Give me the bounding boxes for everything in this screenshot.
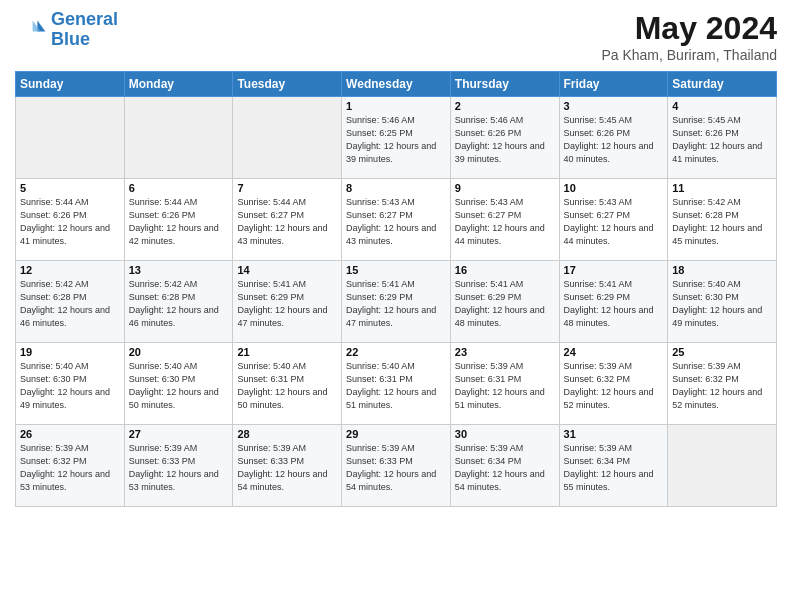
week-row-3: 12Sunrise: 5:42 AMSunset: 6:28 PMDayligh… xyxy=(16,261,777,343)
day-info: Sunrise: 5:43 AMSunset: 6:27 PMDaylight:… xyxy=(564,196,664,248)
day-number: 16 xyxy=(455,264,555,276)
day-number: 24 xyxy=(564,346,664,358)
day-info: Sunrise: 5:39 AMSunset: 6:32 PMDaylight:… xyxy=(564,360,664,412)
day-cell: 20Sunrise: 5:40 AMSunset: 6:30 PMDayligh… xyxy=(124,343,233,425)
day-number: 11 xyxy=(672,182,772,194)
day-number: 10 xyxy=(564,182,664,194)
day-cell: 22Sunrise: 5:40 AMSunset: 6:31 PMDayligh… xyxy=(342,343,451,425)
page-container: General Blue May 2024 Pa Kham, Buriram, … xyxy=(0,0,792,517)
day-number: 15 xyxy=(346,264,446,276)
day-number: 9 xyxy=(455,182,555,194)
page-header: General Blue May 2024 Pa Kham, Buriram, … xyxy=(15,10,777,63)
day-info: Sunrise: 5:41 AMSunset: 6:29 PMDaylight:… xyxy=(455,278,555,330)
week-row-1: 1Sunrise: 5:46 AMSunset: 6:25 PMDaylight… xyxy=(16,97,777,179)
day-header-thursday: Thursday xyxy=(450,72,559,97)
day-header-sunday: Sunday xyxy=(16,72,125,97)
day-cell: 15Sunrise: 5:41 AMSunset: 6:29 PMDayligh… xyxy=(342,261,451,343)
day-cell: 4Sunrise: 5:45 AMSunset: 6:26 PMDaylight… xyxy=(668,97,777,179)
day-info: Sunrise: 5:40 AMSunset: 6:30 PMDaylight:… xyxy=(20,360,120,412)
day-info: Sunrise: 5:39 AMSunset: 6:34 PMDaylight:… xyxy=(455,442,555,494)
day-cell: 28Sunrise: 5:39 AMSunset: 6:33 PMDayligh… xyxy=(233,425,342,507)
day-number: 25 xyxy=(672,346,772,358)
day-header-tuesday: Tuesday xyxy=(233,72,342,97)
logo-text: General Blue xyxy=(51,10,118,50)
day-number: 7 xyxy=(237,182,337,194)
day-number: 28 xyxy=(237,428,337,440)
day-info: Sunrise: 5:41 AMSunset: 6:29 PMDaylight:… xyxy=(346,278,446,330)
day-info: Sunrise: 5:41 AMSunset: 6:29 PMDaylight:… xyxy=(237,278,337,330)
day-info: Sunrise: 5:44 AMSunset: 6:26 PMDaylight:… xyxy=(20,196,120,248)
day-cell: 18Sunrise: 5:40 AMSunset: 6:30 PMDayligh… xyxy=(668,261,777,343)
day-header-friday: Friday xyxy=(559,72,668,97)
day-cell xyxy=(233,97,342,179)
day-cell: 27Sunrise: 5:39 AMSunset: 6:33 PMDayligh… xyxy=(124,425,233,507)
day-info: Sunrise: 5:46 AMSunset: 6:25 PMDaylight:… xyxy=(346,114,446,166)
day-cell: 14Sunrise: 5:41 AMSunset: 6:29 PMDayligh… xyxy=(233,261,342,343)
month-title: May 2024 xyxy=(601,10,777,47)
day-number: 17 xyxy=(564,264,664,276)
day-cell: 25Sunrise: 5:39 AMSunset: 6:32 PMDayligh… xyxy=(668,343,777,425)
day-info: Sunrise: 5:39 AMSunset: 6:31 PMDaylight:… xyxy=(455,360,555,412)
day-cell: 23Sunrise: 5:39 AMSunset: 6:31 PMDayligh… xyxy=(450,343,559,425)
day-info: Sunrise: 5:40 AMSunset: 6:31 PMDaylight:… xyxy=(346,360,446,412)
day-info: Sunrise: 5:39 AMSunset: 6:33 PMDaylight:… xyxy=(237,442,337,494)
day-info: Sunrise: 5:44 AMSunset: 6:27 PMDaylight:… xyxy=(237,196,337,248)
day-number: 1 xyxy=(346,100,446,112)
day-info: Sunrise: 5:39 AMSunset: 6:33 PMDaylight:… xyxy=(346,442,446,494)
week-row-5: 26Sunrise: 5:39 AMSunset: 6:32 PMDayligh… xyxy=(16,425,777,507)
day-header-wednesday: Wednesday xyxy=(342,72,451,97)
header-row: SundayMondayTuesdayWednesdayThursdayFrid… xyxy=(16,72,777,97)
day-cell: 21Sunrise: 5:40 AMSunset: 6:31 PMDayligh… xyxy=(233,343,342,425)
title-section: May 2024 Pa Kham, Buriram, Thailand xyxy=(601,10,777,63)
day-info: Sunrise: 5:42 AMSunset: 6:28 PMDaylight:… xyxy=(20,278,120,330)
day-info: Sunrise: 5:44 AMSunset: 6:26 PMDaylight:… xyxy=(129,196,229,248)
day-number: 2 xyxy=(455,100,555,112)
week-row-4: 19Sunrise: 5:40 AMSunset: 6:30 PMDayligh… xyxy=(16,343,777,425)
day-info: Sunrise: 5:40 AMSunset: 6:31 PMDaylight:… xyxy=(237,360,337,412)
calendar-header: SundayMondayTuesdayWednesdayThursdayFrid… xyxy=(16,72,777,97)
day-cell: 26Sunrise: 5:39 AMSunset: 6:32 PMDayligh… xyxy=(16,425,125,507)
day-cell: 16Sunrise: 5:41 AMSunset: 6:29 PMDayligh… xyxy=(450,261,559,343)
day-number: 27 xyxy=(129,428,229,440)
day-cell: 11Sunrise: 5:42 AMSunset: 6:28 PMDayligh… xyxy=(668,179,777,261)
week-row-2: 5Sunrise: 5:44 AMSunset: 6:26 PMDaylight… xyxy=(16,179,777,261)
day-info: Sunrise: 5:39 AMSunset: 6:32 PMDaylight:… xyxy=(672,360,772,412)
day-cell: 13Sunrise: 5:42 AMSunset: 6:28 PMDayligh… xyxy=(124,261,233,343)
day-number: 13 xyxy=(129,264,229,276)
logo: General Blue xyxy=(15,10,118,50)
day-info: Sunrise: 5:39 AMSunset: 6:32 PMDaylight:… xyxy=(20,442,120,494)
day-number: 18 xyxy=(672,264,772,276)
logo-icon xyxy=(15,14,47,46)
day-number: 31 xyxy=(564,428,664,440)
day-number: 4 xyxy=(672,100,772,112)
day-number: 26 xyxy=(20,428,120,440)
location: Pa Kham, Buriram, Thailand xyxy=(601,47,777,63)
day-cell: 31Sunrise: 5:39 AMSunset: 6:34 PMDayligh… xyxy=(559,425,668,507)
day-number: 8 xyxy=(346,182,446,194)
day-number: 23 xyxy=(455,346,555,358)
day-info: Sunrise: 5:43 AMSunset: 6:27 PMDaylight:… xyxy=(455,196,555,248)
day-cell xyxy=(124,97,233,179)
day-number: 29 xyxy=(346,428,446,440)
day-info: Sunrise: 5:45 AMSunset: 6:26 PMDaylight:… xyxy=(564,114,664,166)
day-header-monday: Monday xyxy=(124,72,233,97)
day-cell: 7Sunrise: 5:44 AMSunset: 6:27 PMDaylight… xyxy=(233,179,342,261)
day-cell xyxy=(16,97,125,179)
day-info: Sunrise: 5:40 AMSunset: 6:30 PMDaylight:… xyxy=(672,278,772,330)
day-cell: 1Sunrise: 5:46 AMSunset: 6:25 PMDaylight… xyxy=(342,97,451,179)
day-number: 19 xyxy=(20,346,120,358)
day-cell: 30Sunrise: 5:39 AMSunset: 6:34 PMDayligh… xyxy=(450,425,559,507)
day-header-saturday: Saturday xyxy=(668,72,777,97)
day-cell: 8Sunrise: 5:43 AMSunset: 6:27 PMDaylight… xyxy=(342,179,451,261)
day-info: Sunrise: 5:42 AMSunset: 6:28 PMDaylight:… xyxy=(672,196,772,248)
day-cell: 17Sunrise: 5:41 AMSunset: 6:29 PMDayligh… xyxy=(559,261,668,343)
day-cell: 19Sunrise: 5:40 AMSunset: 6:30 PMDayligh… xyxy=(16,343,125,425)
calendar-body: 1Sunrise: 5:46 AMSunset: 6:25 PMDaylight… xyxy=(16,97,777,507)
day-number: 5 xyxy=(20,182,120,194)
day-cell: 2Sunrise: 5:46 AMSunset: 6:26 PMDaylight… xyxy=(450,97,559,179)
day-number: 14 xyxy=(237,264,337,276)
day-info: Sunrise: 5:45 AMSunset: 6:26 PMDaylight:… xyxy=(672,114,772,166)
day-number: 30 xyxy=(455,428,555,440)
day-cell: 12Sunrise: 5:42 AMSunset: 6:28 PMDayligh… xyxy=(16,261,125,343)
day-info: Sunrise: 5:43 AMSunset: 6:27 PMDaylight:… xyxy=(346,196,446,248)
